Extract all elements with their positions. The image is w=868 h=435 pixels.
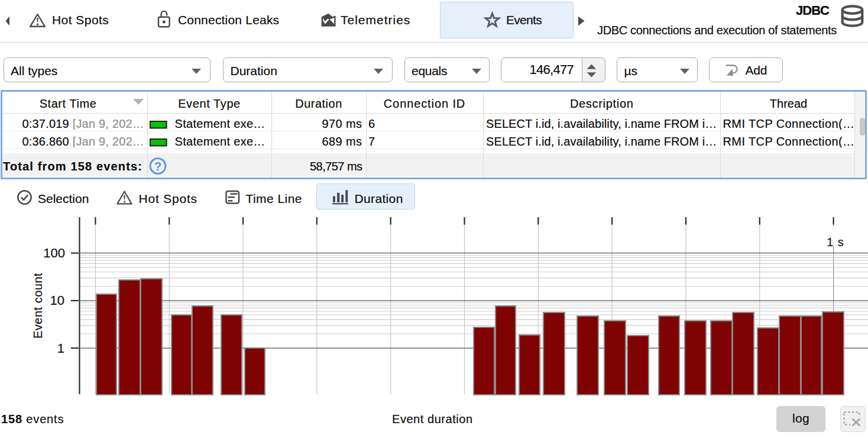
svg-text:?: ? [154, 159, 162, 172]
svg-text:1 s: 1 s [827, 236, 844, 249]
svg-text:10: 10 [50, 293, 64, 308]
svg-text:1: 1 [57, 341, 64, 356]
svg-text:100: 100 [43, 246, 65, 260]
svg-text:Event count: Event count [31, 273, 44, 339]
